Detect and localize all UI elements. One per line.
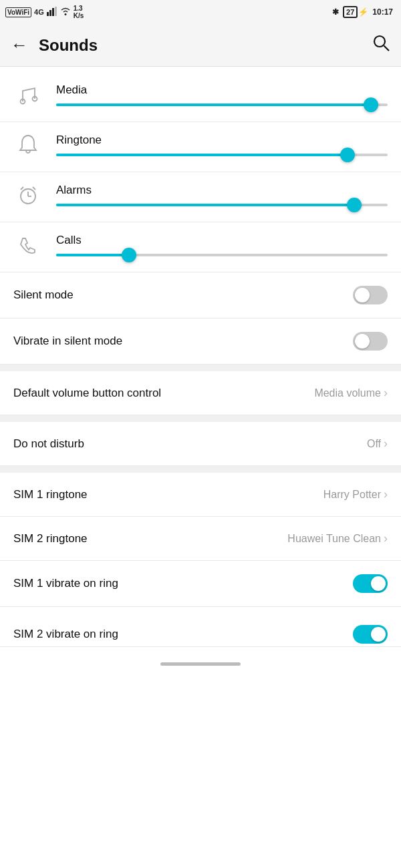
svg-line-13 <box>33 187 35 190</box>
charging-icon: ⚡ <box>358 7 368 17</box>
alarms-slider-fill <box>56 204 354 206</box>
section-separator-2 <box>0 415 401 422</box>
music-icon <box>13 80 43 110</box>
volume-button-value: Media volume › <box>314 386 388 400</box>
battery-indicator: 27 ⚡ <box>343 6 368 18</box>
vibrate-silent-row: Vibrate in silent mode <box>0 318 401 365</box>
sim1-ringtone-value: Harry Potter › <box>323 487 388 501</box>
media-volume-content: Media <box>56 83 388 106</box>
silent-mode-knob <box>355 288 370 302</box>
svg-point-4 <box>64 13 66 15</box>
status-left: VoWiFi 4G 1.3K/s <box>5 5 84 19</box>
vibrate-silent-toggle[interactable] <box>353 332 388 351</box>
ringtone-volume-row: Ringtone <box>0 122 401 172</box>
calls-slider-fill <box>56 254 129 256</box>
svg-point-5 <box>374 36 385 47</box>
back-button[interactable]: ← <box>11 35 28 55</box>
ringtone-volume-content: Ringtone <box>56 134 388 156</box>
wifi-icon <box>60 7 71 17</box>
sim2-ringtone-value: Huawei Tune Clean › <box>287 531 388 546</box>
media-slider-fill <box>56 103 371 106</box>
section-separator-1 <box>0 365 401 371</box>
sim2-vibrate-label: SIM 2 vibrate on ring <box>13 628 118 641</box>
volume-button-chevron-icon: › <box>384 386 388 400</box>
do-not-disturb-value: Off › <box>367 437 388 451</box>
alarms-slider-track[interactable] <box>56 204 388 206</box>
media-slider-track[interactable] <box>56 103 388 106</box>
alarms-slider-thumb <box>347 198 362 212</box>
svg-line-6 <box>384 46 390 51</box>
sim1-ringtone-value-text: Harry Potter <box>323 489 381 501</box>
sim2-ringtone-label: SIM 2 ringtone <box>13 532 88 546</box>
status-bar: VoWiFi 4G 1.3K/s ✱ 27 ⚡ 10:17 <box>0 0 401 24</box>
sim2-vibrate-row: SIM 2 vibrate on ring <box>0 607 401 647</box>
svg-rect-0 <box>47 12 49 16</box>
battery-box: 27 <box>343 6 358 18</box>
alarms-label: Alarms <box>56 184 388 197</box>
silent-mode-label: Silent mode <box>13 288 74 302</box>
sim1-ringtone-chevron-icon: › <box>384 487 388 501</box>
sim2-vibrate-knob <box>371 627 386 642</box>
sim1-vibrate-row: SIM 1 vibrate on ring <box>0 561 401 607</box>
calls-label: Calls <box>56 234 388 247</box>
speed-text: 1.3K/s <box>74 5 84 19</box>
toggle-section: Silent mode Vibrate in silent mode <box>0 272 401 365</box>
svg-rect-2 <box>52 8 54 16</box>
media-label: Media <box>56 83 388 97</box>
time-display: 10:17 <box>372 7 393 17</box>
ringtone-label: Ringtone <box>56 134 388 147</box>
bell-icon <box>13 130 43 160</box>
page-title: Sounds <box>39 36 372 55</box>
svg-rect-1 <box>49 10 51 16</box>
volume-button-control-row[interactable]: Default volume button control Media volu… <box>0 371 401 415</box>
vibrate-silent-label: Vibrate in silent mode <box>13 335 122 348</box>
alarm-icon <box>13 180 43 210</box>
sim2-vibrate-toggle[interactable] <box>353 625 388 644</box>
calls-slider-thumb <box>122 248 136 262</box>
phone-icon <box>13 230 43 260</box>
sim1-vibrate-knob <box>371 576 386 591</box>
alarms-volume-row: Alarms <box>0 172 401 222</box>
app-header: ← Sounds <box>0 24 401 67</box>
volume-section: Media Ringtone <box>0 67 401 272</box>
do-not-disturb-chevron-icon: › <box>384 437 388 451</box>
sim2-ringtone-value-text: Huawei Tune Clean <box>287 533 381 545</box>
do-not-disturb-label: Do not disturb <box>13 437 84 451</box>
calls-slider-track[interactable] <box>56 254 388 256</box>
section-separator-3 <box>0 466 401 473</box>
sim2-ringtone-chevron-icon: › <box>384 531 388 546</box>
search-button[interactable] <box>372 33 390 57</box>
svg-line-12 <box>21 187 23 190</box>
bluetooth-icon: ✱ <box>332 7 339 17</box>
ringtone-slider-fill <box>56 154 348 156</box>
sim1-vibrate-label: SIM 1 vibrate on ring <box>13 577 118 590</box>
status-right: ✱ 27 ⚡ 10:17 <box>332 6 393 18</box>
vibrate-silent-knob <box>355 334 370 349</box>
ringtone-slider-thumb <box>340 148 355 162</box>
alarms-volume-content: Alarms <box>56 184 388 206</box>
ringtone-slider-track[interactable] <box>56 154 388 156</box>
silent-mode-toggle[interactable] <box>353 286 388 304</box>
do-not-disturb-row[interactable]: Do not disturb Off › <box>0 422 401 466</box>
calls-volume-row: Calls <box>0 222 401 272</box>
sim1-ringtone-row[interactable]: SIM 1 ringtone Harry Potter › <box>0 473 401 517</box>
do-not-disturb-value-text: Off <box>367 438 381 450</box>
volume-button-value-text: Media volume <box>314 387 381 399</box>
silent-mode-row: Silent mode <box>0 272 401 318</box>
media-slider-thumb <box>364 97 378 112</box>
calls-volume-content: Calls <box>56 234 388 256</box>
signal-text: 4G <box>34 8 44 16</box>
media-volume-row: Media <box>0 72 401 122</box>
bottom-bar <box>0 647 401 680</box>
bottom-pill <box>160 662 241 666</box>
sim1-ringtone-label: SIM 1 ringtone <box>13 488 88 501</box>
sim1-vibrate-toggle[interactable] <box>353 574 388 593</box>
signal-bars <box>47 7 57 17</box>
sim2-ringtone-row[interactable]: SIM 2 ringtone Huawei Tune Clean › <box>0 517 401 561</box>
vowifi-icon: VoWiFi <box>5 7 31 17</box>
svg-rect-3 <box>55 7 57 16</box>
volume-button-label: Default volume button control <box>13 387 161 400</box>
